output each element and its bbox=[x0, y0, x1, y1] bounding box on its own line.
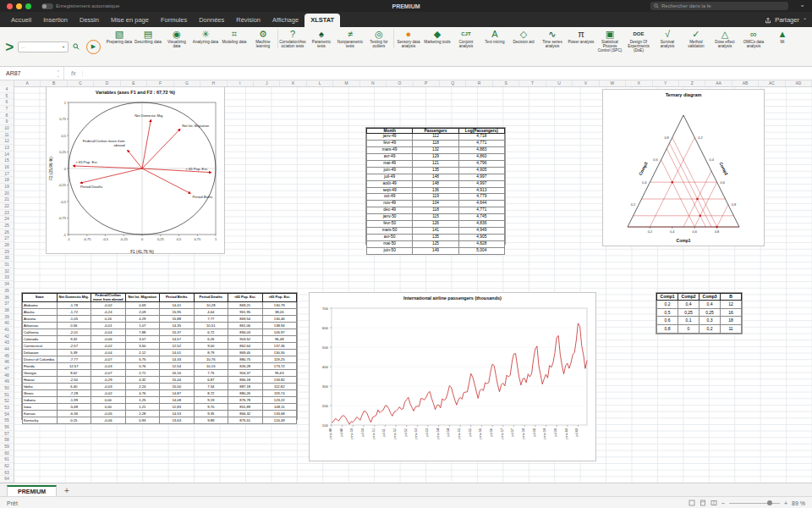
column-header-v[interactable]: V bbox=[573, 80, 599, 86]
column-header-f[interactable]: F bbox=[147, 80, 173, 86]
row-header-48[interactable]: 48 bbox=[0, 373, 14, 379]
row-header-32[interactable]: 32 bbox=[0, 268, 14, 275]
tab-dessin[interactable]: Dessin bbox=[74, 14, 105, 27]
row-header-30[interactable]: 30 bbox=[0, 255, 14, 262]
row-header-4[interactable]: 4 bbox=[0, 86, 14, 93]
zoom-slider-knob[interactable] bbox=[767, 500, 772, 505]
ribbon-function-combo[interactable]: ... ▼ bbox=[18, 41, 69, 52]
zoom-slider[interactable] bbox=[729, 503, 780, 504]
column-header-s[interactable]: S bbox=[493, 80, 519, 86]
row-header-26[interactable]: 26 bbox=[0, 229, 14, 236]
row-header-37[interactable]: 37 bbox=[0, 301, 14, 307]
column-header-z[interactable]: Z bbox=[679, 80, 705, 86]
row-header-22[interactable]: 22 bbox=[0, 203, 14, 210]
autosave-toggle[interactable]: Enregistrement automatique bbox=[41, 3, 119, 9]
column-header-aa[interactable]: AA bbox=[705, 80, 732, 86]
name-box[interactable]: AR87 ⌃⌄ bbox=[0, 67, 64, 80]
column-header-q[interactable]: Q bbox=[440, 80, 466, 86]
row-header-21[interactable]: 21 bbox=[0, 196, 14, 203]
row-header-23[interactable]: 23 bbox=[0, 210, 14, 217]
row-header-43[interactable]: 43 bbox=[0, 340, 14, 346]
tab-formules[interactable]: Formules bbox=[155, 14, 193, 27]
minimize-window-button[interactable] bbox=[16, 3, 22, 9]
row-header-55[interactable]: 55 bbox=[0, 417, 14, 424]
column-header-ab[interactable]: AB bbox=[732, 80, 759, 86]
column-header-x[interactable]: X bbox=[626, 80, 652, 86]
passengers-table[interactable]: MonthPassengersLog(Passengers)janv-49112… bbox=[365, 127, 506, 245]
tool-nonparametric-tests[interactable]: ≠Nonparametric tests bbox=[336, 29, 365, 49]
states-table[interactable]: StateNet Domestic Mig.Federal/Civilian m… bbox=[21, 292, 298, 420]
row-header-10[interactable]: 10 bbox=[0, 125, 14, 132]
row-header-29[interactable]: 29 bbox=[0, 249, 14, 256]
tool-omics-data-analysis[interactable]: ∞OMICs data analysis bbox=[739, 29, 768, 49]
row-header-11[interactable]: 11 bbox=[0, 132, 14, 139]
row-header-42[interactable]: 42 bbox=[0, 334, 14, 340]
row-header-27[interactable]: 27 bbox=[0, 235, 14, 242]
mixture-table[interactable]: Comp1Comp2Comp3B0,20,40,4120,50,250,2516… bbox=[656, 292, 743, 334]
row-header-64[interactable]: 64 bbox=[0, 476, 14, 483]
tool-survival-analysis[interactable]: √Survival analysis bbox=[653, 29, 682, 49]
column-header-r[interactable]: R bbox=[466, 80, 492, 86]
column-header-o[interactable]: O bbox=[387, 80, 413, 86]
column-header-u[interactable]: U bbox=[546, 80, 573, 86]
row-header-19[interactable]: 19 bbox=[0, 184, 14, 190]
row-header-63[interactable]: 63 bbox=[0, 470, 14, 477]
tool-sensory-data-analysis[interactable]: ●Sensory data analysis bbox=[394, 29, 423, 49]
column-header-h[interactable]: H bbox=[200, 80, 227, 86]
tab-xlstat[interactable]: XLSTAT bbox=[304, 14, 340, 27]
row-header-20[interactable]: 20 bbox=[0, 190, 14, 197]
tab-accueil[interactable]: Accueil bbox=[5, 14, 37, 27]
row-header-12[interactable]: 12 bbox=[0, 138, 14, 145]
tool-statistical-process-control-spc[interactable]: ▣Statistical Process Control (SPC) bbox=[595, 29, 624, 53]
tab-affichage[interactable]: Affichage bbox=[266, 14, 304, 27]
row-header-45[interactable]: 45 bbox=[0, 353, 14, 360]
row-header-52[interactable]: 52 bbox=[0, 398, 14, 405]
tab-donn-es[interactable]: Données bbox=[193, 14, 230, 27]
sheet-tab-premium[interactable]: PREMIUM bbox=[7, 485, 57, 497]
tool-visualizing-data[interactable]: ◉Visualizing data bbox=[162, 29, 191, 49]
row-header-46[interactable]: 46 bbox=[0, 359, 14, 366]
tool-power-analysis[interactable]: πPower analysis bbox=[567, 29, 595, 44]
column-header-n[interactable]: N bbox=[360, 80, 387, 86]
tool-machine-learning[interactable]: ⚙Machine learning bbox=[249, 29, 278, 49]
tab-r-vision[interactable]: Révision bbox=[230, 14, 266, 27]
column-header-d[interactable]: D bbox=[94, 80, 120, 86]
row-header-15[interactable]: 15 bbox=[0, 157, 14, 164]
row-header-17[interactable]: 17 bbox=[0, 171, 14, 178]
row-header-60[interactable]: 60 bbox=[0, 450, 14, 457]
run-analysis-button[interactable]: ▶ bbox=[86, 40, 101, 54]
row-header-9[interactable]: 9 bbox=[0, 119, 14, 125]
row-header-50[interactable]: 50 bbox=[0, 385, 14, 392]
column-header-l[interactable]: L bbox=[307, 80, 333, 86]
row-header-38[interactable]: 38 bbox=[0, 307, 14, 314]
row-header-25[interactable]: 25 bbox=[0, 223, 14, 229]
column-header-ad[interactable]: AD bbox=[786, 80, 812, 86]
pca-variables-chart[interactable]: Variables (axes F1 and F2 : 67,72 %) -1-… bbox=[46, 86, 225, 254]
tool-text-mining[interactable]: AText mining bbox=[480, 29, 509, 44]
tab-mise-en-page[interactable]: Mise en page bbox=[105, 14, 155, 27]
row-header-54[interactable]: 54 bbox=[0, 411, 14, 418]
column-header-e[interactable]: E bbox=[121, 80, 147, 86]
titlebar-search[interactable]: Rechercher dans la fe bbox=[650, 2, 788, 10]
page-layout-view-icon[interactable] bbox=[700, 500, 706, 506]
row-header-7[interactable]: 7 bbox=[0, 106, 14, 113]
row-header-16[interactable]: 16 bbox=[0, 164, 14, 171]
titlebar-menu-caret-icon[interactable]: ⌄ bbox=[799, 1, 805, 8]
tool-method-validation[interactable]: ✓Method validation bbox=[682, 29, 710, 49]
column-header-p[interactable]: P bbox=[414, 80, 440, 86]
column-header-g[interactable]: G bbox=[174, 80, 200, 86]
ternary-diagram-chart[interactable]: Ternary diagram 0,20,20,20,40,40,40,60,6… bbox=[602, 89, 765, 246]
tool-correlation-association-tests[interactable]: ?Correlation/Association tests bbox=[278, 29, 307, 49]
row-header-40[interactable]: 40 bbox=[0, 320, 14, 327]
row-header-39[interactable]: 39 bbox=[0, 314, 14, 321]
tool-design-of-experiments-doe[interactable]: DOEDesign Of Experiments (DoE) bbox=[624, 29, 653, 53]
tool-testing-for-outliers[interactable]: ◎Testing for outliers bbox=[365, 29, 394, 49]
row-header-49[interactable]: 49 bbox=[0, 378, 14, 385]
column-header-w[interactable]: W bbox=[600, 80, 626, 86]
row-header-6[interactable]: 6 bbox=[0, 99, 14, 106]
row-header-14[interactable]: 14 bbox=[0, 152, 14, 158]
select-all-corner[interactable] bbox=[0, 80, 14, 86]
column-header-k[interactable]: K bbox=[280, 80, 306, 86]
row-header-47[interactable]: 47 bbox=[0, 366, 14, 373]
row-header-36[interactable]: 36 bbox=[0, 295, 14, 301]
